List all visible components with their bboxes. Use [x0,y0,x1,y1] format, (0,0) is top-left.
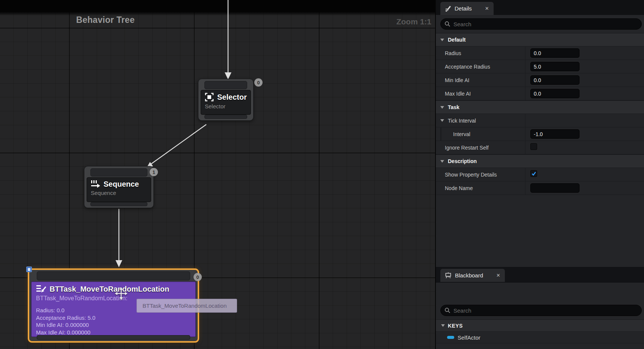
sequence-output-pin[interactable] [90,202,147,206]
key-name: SelfActor [458,334,480,341]
task-input-pin[interactable] [37,271,190,280]
details-pencil-icon [445,5,451,12]
blackboard-easel-icon [445,272,452,279]
details-search-box[interactable] [440,18,642,30]
acceptance-radius-input[interactable] [530,62,579,71]
selector-input-pin[interactable] [204,81,247,89]
blackboard-search-input[interactable] [453,307,638,314]
property-label: Radius [436,50,461,56]
move-cursor-icon [114,287,128,300]
row-radius: Radius [436,46,644,60]
node-title: Sequence [104,180,139,189]
details-search-input[interactable] [453,21,638,27]
row-max-idle-ai: Max Idle AI [436,87,644,100]
task-detail-line: Min Idle AI: 0.000000 [36,321,191,329]
property-label: Node Name [436,185,473,191]
section-label: Task [444,104,459,110]
section-description[interactable]: Description [436,154,644,168]
property-label: Min Idle AI [436,77,469,83]
blackboard-search-row [436,301,644,319]
tab-blackboard[interactable]: Blackboard ✕ [440,269,505,282]
close-icon[interactable]: ✕ [485,6,489,11]
section-label: Default [444,37,465,43]
blackboard-content: KEYS SelfActor [436,283,644,347]
property-label: Acceptance Radius [436,64,490,70]
property-label: Interval [436,131,470,137]
sequence-icon [90,180,101,189]
row-tick-interval[interactable]: Tick Interval [436,114,644,127]
tab-label: Blackboard [455,272,483,279]
row-show-property-details: Show Property Details [436,168,644,181]
section-label: Description [444,158,477,164]
row-acceptance-radius: Acceptance Radius [436,60,644,73]
row-node-name: Node Name [436,181,644,195]
task-icon [36,285,47,294]
collapse-arrow-icon [440,106,444,109]
property-label: Max Idle AI [436,91,471,97]
row-ignore-restart-self: Ignore Restart Self [436,141,644,154]
graph-title: Behavior Tree [76,15,135,25]
node-name-input[interactable] [530,183,579,193]
selector-node-body: Selector Selector [201,90,251,115]
interval-input[interactable] [530,129,579,139]
sequence-input-pin[interactable] [90,168,147,177]
min-idle-ai-input[interactable] [530,75,579,85]
blackboard-search-box[interactable] [440,305,642,316]
key-type-icon [447,336,454,339]
details-property-list: Default Radius Acceptance Radius Min Idl… [436,33,644,195]
row-min-idle-ai: Min Idle AI [436,73,644,87]
node-subtitle: Sequence [90,190,147,196]
right-panel-stack: Details ✕ Default Radius [435,0,644,349]
max-idle-ai-input[interactable] [530,89,579,98]
close-icon[interactable]: ✕ [496,273,500,278]
section-task[interactable]: Task [436,100,644,114]
behavior-tree-editor: Behavior Tree Zoom 1:1 Selector Selector [0,0,644,349]
execution-index-badge: 1 [150,168,158,176]
node-title: BTTask_MoveToRandomLocation [50,285,169,294]
task-detail-line: Acceptance Radius: 5.0 [36,314,191,322]
selector-icon [204,92,214,102]
collapse-arrow-icon [440,39,444,41]
details-empty-area [436,195,644,267]
show-property-details-checkbox[interactable] [530,170,537,177]
ignore-restart-self-checkbox[interactable] [530,143,537,150]
row-interval: Interval [436,127,644,141]
node-subtitle: Selector [204,103,247,109]
sequence-node-body: Sequence Sequence [87,177,151,202]
collapse-arrow-icon [440,160,444,163]
node-selector[interactable]: Selector Selector 0 [198,79,254,121]
node-tooltip: BTTask_MoveToRandomLocation [137,299,237,313]
keys-section-header[interactable]: KEYS [436,319,644,332]
check-icon [531,171,536,176]
graph-canvas[interactable]: Behavior Tree Zoom 1:1 Selector Selector [0,0,435,349]
section-label: KEYS [448,323,463,329]
tab-label: Details [455,5,472,12]
execution-index-badge: 0 [194,273,202,281]
collapse-arrow-icon [441,324,445,327]
node-title: Selector [217,93,247,102]
zoom-indicator: Zoom 1:1 [396,17,431,26]
details-tabbar: Details ✕ [436,0,644,15]
blackboard-tabbar: Blackboard ✕ [436,267,644,283]
search-icon [444,307,450,313]
blackboard-key-selfactor[interactable]: SelfActor [436,332,644,343]
blueprint-indicator-icon [26,267,32,272]
node-sequence[interactable]: Sequence Sequence 1 [84,166,154,208]
tab-details[interactable]: Details ✕ [440,2,494,15]
collapse-arrow-icon [440,119,444,122]
radius-input[interactable] [530,48,579,58]
selector-output-pin[interactable] [204,115,247,119]
execution-index-badge: 0 [254,78,263,87]
property-label: Ignore Restart Self [436,145,489,151]
task-output-pin[interactable] [37,335,190,340]
details-search-row [436,15,644,33]
search-icon [444,21,450,27]
section-default[interactable]: Default [436,33,644,46]
property-label: Tick Interval [444,118,476,124]
property-label: Show Property Details [436,172,497,178]
